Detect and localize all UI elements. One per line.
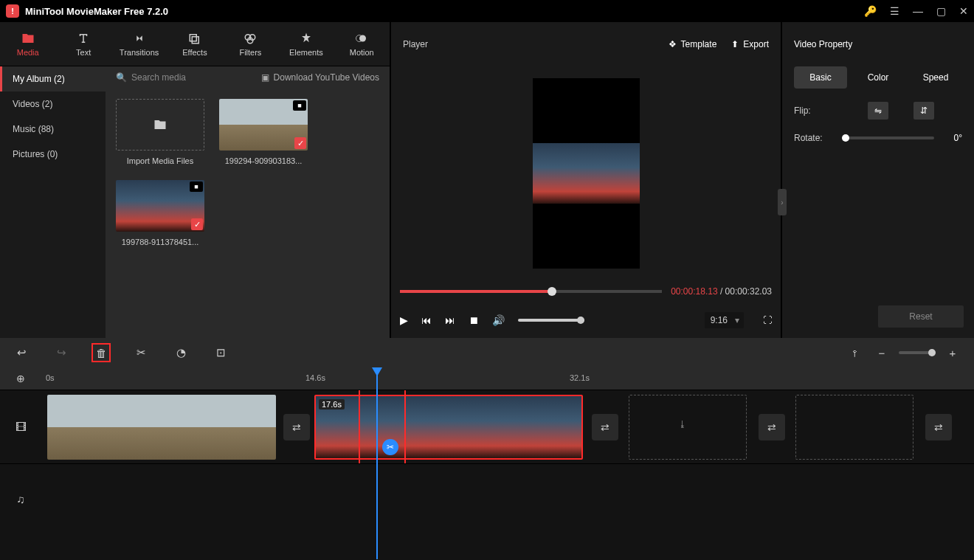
sidebar-item-myalbum[interactable]: My Album (2)	[0, 66, 106, 91]
aspect-ratio-select[interactable]: 9:16	[705, 312, 744, 328]
rotate-label: Rotate:	[794, 133, 838, 143]
redo-button[interactable]: ↪	[52, 343, 71, 362]
rotate-value: 0°	[942, 133, 962, 143]
sidebar-item-videos[interactable]: Videos (2)	[0, 91, 106, 117]
clip-placeholder-1[interactable]: ⭳	[629, 395, 747, 460]
tab-media[interactable]: Media	[0, 22, 55, 66]
player-stage	[391, 66, 781, 280]
tab-filters[interactable]: Filters	[223, 22, 278, 66]
export-button[interactable]: ⬆ Export	[731, 39, 769, 49]
zoom-out-button[interactable]: −	[872, 343, 891, 362]
search-input[interactable]: 🔍 Search media	[116, 72, 255, 83]
reset-button[interactable]: Reset	[878, 305, 964, 328]
split-button[interactable]: ✂	[131, 343, 151, 362]
video-track-icon[interactable]: 🎞	[0, 421, 41, 433]
timeline-clip-2[interactable]: 17.6s ✂	[314, 395, 583, 460]
maximize-icon[interactable]: ▢	[936, 5, 946, 17]
sidebar-item-music[interactable]: Music (88)	[0, 117, 106, 142]
fullscreen-icon[interactable]: ⛶	[763, 315, 772, 325]
panel-collapse-grip[interactable]: ›	[778, 189, 787, 215]
import-media-button[interactable]: Import Media Files	[116, 99, 204, 165]
zoom-in-button[interactable]: +	[943, 343, 962, 362]
app-title: MiniTool MovieMaker Free 7.2.0	[25, 6, 864, 17]
app-logo: !	[6, 4, 19, 18]
tab-elements[interactable]: Elements	[278, 22, 334, 66]
prev-frame-button[interactable]: ⏮	[421, 314, 432, 326]
delete-button[interactable]: 🗑	[91, 343, 111, 362]
tab-transitions[interactable]: Transitions	[111, 22, 167, 66]
time-display: 00:00:18.13 / 00:00:32.03	[671, 286, 772, 297]
video-badge-icon: ■	[190, 182, 203, 192]
prop-tab-color[interactable]: Color	[852, 66, 905, 89]
preview-frame	[533, 143, 640, 204]
template-button[interactable]: ❖ Template	[669, 39, 717, 49]
youtube-icon: ▣	[261, 72, 269, 83]
transition-slot-4[interactable]: ⇄	[925, 414, 952, 440]
checkmark-icon: ✓	[294, 137, 306, 149]
media-sidebar: My Album (2) Videos (2) Music (88) Pictu…	[0, 66, 106, 338]
license-key-icon[interactable]: 🔑	[864, 5, 877, 17]
undo-button[interactable]: ↩	[12, 343, 31, 362]
progress-track[interactable]	[400, 290, 662, 293]
sidebar-item-pictures[interactable]: Pictures (0)	[0, 142, 106, 167]
flip-horizontal-button[interactable]: ⇋	[868, 102, 888, 120]
minimize-icon[interactable]: —	[913, 5, 923, 17]
tab-effects[interactable]: Effects	[167, 22, 222, 66]
clip-placeholder-2[interactable]	[795, 395, 913, 460]
next-frame-button[interactable]: ⏭	[445, 314, 455, 326]
menu-icon[interactable]: ☰	[890, 5, 899, 17]
media-thumb-2[interactable]: ■ ✓ 199788-911378451...	[116, 180, 204, 246]
tab-text[interactable]: Text	[55, 22, 111, 66]
search-icon: 🔍	[116, 72, 127, 83]
clip-duration-label: 17.6s	[319, 399, 345, 409]
fit-button[interactable]: ⫯	[846, 343, 865, 362]
video-badge-icon: ■	[293, 100, 306, 111]
export-icon: ⬆	[731, 39, 739, 49]
transition-slot-3[interactable]: ⇄	[759, 414, 785, 440]
volume-icon[interactable]: 🔊	[492, 314, 505, 326]
tab-motion[interactable]: Motion	[334, 22, 390, 66]
main-tabs: Media Text Transitions Effects Filters E…	[0, 22, 390, 66]
play-button[interactable]: ▶	[400, 314, 408, 326]
player-canvas[interactable]	[533, 78, 640, 269]
download-youtube-button[interactable]: ▣ Download YouTube Videos	[261, 72, 379, 83]
flip-vertical-button[interactable]: ⇵	[913, 102, 934, 120]
prop-tab-speed[interactable]: Speed	[909, 66, 962, 89]
speed-button[interactable]: ◔	[171, 343, 190, 362]
property-panel-title: Video Property	[782, 22, 974, 66]
audio-track-icon[interactable]: ♫	[0, 493, 41, 505]
rotate-slider[interactable]	[846, 136, 934, 139]
playhead[interactable]	[376, 367, 378, 559]
template-icon: ❖	[669, 39, 677, 49]
stop-button[interactable]: ⏹	[469, 314, 479, 326]
checkmark-icon: ✓	[191, 218, 203, 230]
transition-slot-1[interactable]: ⇄	[283, 414, 310, 440]
crop-button[interactable]: ⊡	[211, 343, 230, 362]
player-label: Player	[403, 39, 654, 49]
add-track-button[interactable]: ⊕	[0, 373, 41, 384]
progress-handle[interactable]	[548, 287, 556, 296]
prop-tab-basic[interactable]: Basic	[794, 66, 847, 89]
timeline-ruler[interactable]: 0s 14.6s 32.1s	[41, 367, 974, 390]
media-thumb-1[interactable]: ■ ✓ 199294-909903183...	[219, 99, 308, 165]
transition-slot-2[interactable]: ⇄	[592, 414, 618, 440]
zoom-slider[interactable]	[899, 351, 936, 354]
volume-slider[interactable]	[518, 319, 584, 322]
download-icon: ⭳	[678, 419, 687, 429]
close-icon[interactable]: ✕	[959, 5, 968, 17]
audio-track[interactable]	[41, 464, 974, 534]
flip-label: Flip:	[794, 106, 838, 116]
timeline-clip-1[interactable]	[47, 395, 276, 460]
split-marker-handle[interactable]: ✂	[382, 439, 398, 455]
